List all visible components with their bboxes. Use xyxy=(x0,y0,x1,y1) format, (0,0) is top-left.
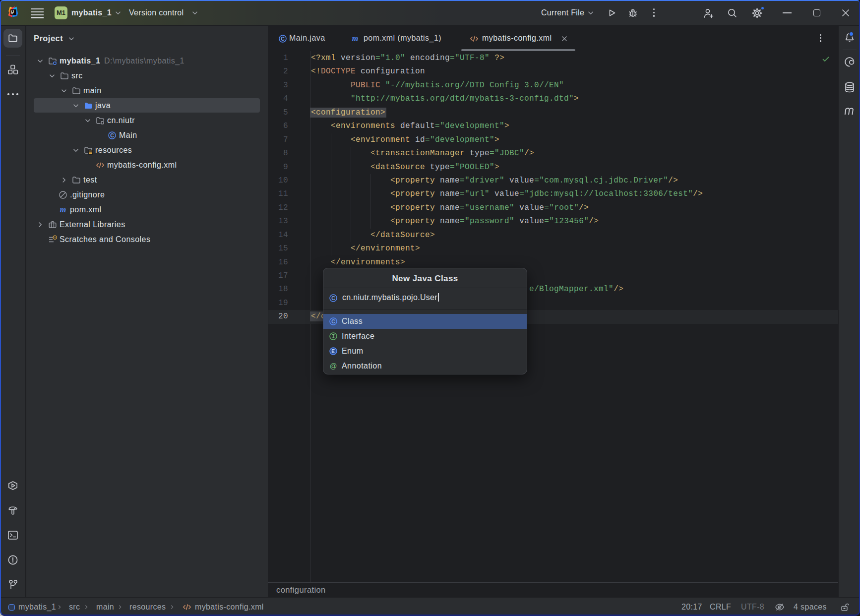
svg-text:IJ: IJ xyxy=(11,9,14,14)
